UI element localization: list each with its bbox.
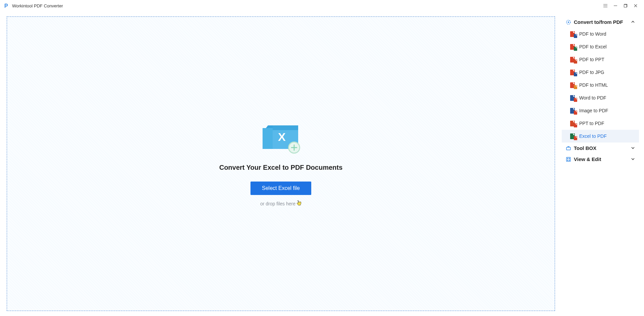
file-drop-zone[interactable]: X Convert Your Excel to PDF Documents Se… (7, 16, 555, 311)
svg-rect-13 (567, 160, 568, 161)
app-title: Workintool PDF Converter (12, 3, 63, 8)
section-label: Tool BOX (574, 145, 631, 151)
drop-hint: or drop files here (260, 200, 302, 207)
minimize-button[interactable] (610, 1, 620, 11)
view-edit-section-icon (566, 157, 571, 162)
pointer-cursor-icon (297, 200, 302, 207)
pdf-to-html-icon (569, 82, 576, 88)
excel-to-pdf-icon (569, 133, 576, 140)
section-label: Convert to/from PDF (574, 19, 631, 25)
svg-rect-14 (569, 160, 570, 161)
pdf-to-jpg-icon (569, 69, 576, 76)
section-header-toolbox[interactable]: Tool BOX (562, 143, 639, 154)
sidebar-item-word-to-pdf[interactable]: Word to PDF (562, 91, 639, 104)
app-logo-icon (3, 3, 9, 9)
select-file-button[interactable]: Select Excel file (250, 182, 311, 195)
sidebar-item-label: Image to PDF (579, 108, 608, 113)
main-layout: X Convert Your Excel to PDF Documents Se… (0, 11, 644, 316)
ppt-to-pdf-icon (569, 120, 576, 127)
sidebar-item-label: PDF to PPT (579, 57, 604, 62)
maximize-button[interactable] (620, 1, 631, 11)
svg-point-8 (568, 22, 569, 23)
sidebar-item-label: PDF to JPG (579, 70, 604, 75)
section-header-convert[interactable]: Convert to/from PDF (562, 16, 639, 28)
convert-section-icon (566, 19, 571, 25)
toolbox-section-icon (566, 146, 571, 151)
image-to-pdf-icon (569, 107, 576, 114)
section-header-view-edit[interactable]: View & Edit (562, 154, 639, 165)
sidebar-item-label: PDF to Excel (579, 44, 607, 49)
sidebar-item-label: PDF to Word (579, 31, 606, 37)
sidebar-item-pdf-to-excel[interactable]: PDF to Excel (562, 40, 639, 53)
svg-rect-10 (566, 157, 570, 161)
pdf-to-word-icon (569, 31, 576, 37)
svg-rect-3 (273, 125, 298, 130)
svg-rect-12 (569, 158, 570, 159)
chevron-down-icon (631, 145, 635, 151)
chevron-up-icon (631, 19, 635, 25)
pdf-to-ppt-icon (569, 56, 576, 63)
drop-zone-heading: Convert Your Excel to PDF Documents (219, 164, 342, 171)
section-label: View & Edit (574, 156, 631, 162)
hamburger-menu-icon[interactable] (600, 1, 610, 11)
section-items-convert: PDF to WordPDF to ExcelPDF to PPTPDF to … (562, 28, 639, 143)
svg-text:X: X (278, 130, 286, 143)
sidebar-item-pdf-to-ppt[interactable]: PDF to PPT (562, 53, 639, 66)
sidebar-item-ppt-to-pdf[interactable]: PPT to PDF (562, 117, 639, 130)
sidebar-item-label: PPT to PDF (579, 121, 604, 126)
excel-folder-icon: X (259, 121, 303, 154)
sidebar-item-pdf-to-word[interactable]: PDF to Word (562, 28, 639, 40)
titlebar: Workintool PDF Converter (0, 0, 644, 11)
svg-rect-9 (566, 147, 570, 150)
sidebar: Convert to/from PDF PDF to WordPDF to Ex… (562, 16, 639, 311)
word-to-pdf-icon (569, 94, 576, 101)
sidebar-item-pdf-to-jpg[interactable]: PDF to JPG (562, 66, 639, 79)
svg-rect-1 (624, 5, 627, 7)
sidebar-item-label: Word to PDF (579, 95, 606, 101)
sidebar-item-pdf-to-html[interactable]: PDF to HTML (562, 79, 639, 91)
sidebar-item-label: Excel to PDF (579, 133, 607, 139)
sidebar-item-label: PDF to HTML (579, 82, 608, 88)
drop-hint-text: or drop files here (260, 201, 295, 206)
pdf-to-excel-icon (569, 43, 576, 50)
chevron-down-icon (631, 156, 635, 162)
svg-rect-11 (567, 158, 568, 159)
sidebar-item-excel-to-pdf[interactable]: Excel to PDF (562, 130, 639, 143)
sidebar-item-image-to-pdf[interactable]: Image to PDF (562, 104, 639, 117)
close-button[interactable] (631, 1, 641, 11)
